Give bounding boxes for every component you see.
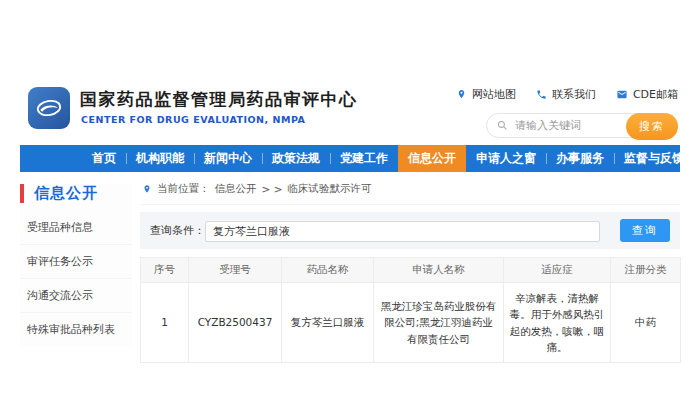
col-header-drug-name: 药品名称 — [282, 258, 374, 283]
col-header-registration-class: 注册分类 — [611, 258, 681, 283]
cell-registration-class: 中药 — [611, 283, 681, 363]
sidebar-item-review-tasks[interactable]: 审评任务公示 — [20, 245, 132, 279]
sidebar-item-communication[interactable]: 沟通交流公示 — [20, 279, 132, 313]
nav-item-policies[interactable]: 政策法规 — [262, 145, 330, 172]
col-header-indication: 适应症 — [504, 258, 611, 283]
breadcrumb: 当前位置：信息公开 > > 临床试验默示许可 — [140, 180, 680, 205]
location-pin-icon — [142, 184, 152, 195]
query-label: 查询条件： — [150, 220, 205, 241]
site-search-bar: 搜索 — [486, 113, 678, 138]
breadcrumb-current: 临床试验默示许可 — [287, 182, 371, 196]
cell-indication: 辛凉解表，清热解毒。用于外感风热引起的发热，咳嗽，咽痛。 — [504, 283, 611, 363]
nav-item-news[interactable]: 新闻中心 — [194, 145, 262, 172]
results-table: 序号 受理号 药品名称 申请人名称 适应症 注册分类 1 CYZB2500437 — [140, 257, 681, 363]
col-header-acceptance-no: 受理号 — [189, 258, 282, 283]
site-search-input[interactable] — [515, 114, 620, 137]
nav-item-registration-platform[interactable]: 登记备案平台 — [694, 145, 700, 172]
nav-item-services[interactable]: 办事服务 — [546, 145, 614, 172]
cell-applicant: 黑龙江珍宝岛药业股份有限公司;黑龙江羽迪药业有限责任公司 — [374, 283, 504, 363]
sitemap-label: 网站地图 — [472, 87, 516, 102]
envelope-icon — [616, 89, 628, 100]
sitemap-link[interactable]: 网站地图 — [456, 87, 516, 102]
phone-icon — [536, 89, 547, 100]
nav-item-info-disclosure[interactable]: 信息公开 — [398, 145, 466, 172]
cell-drug-name: 复方芩兰口服液 — [282, 283, 374, 363]
query-bar: 查询条件： 查询 — [140, 212, 680, 249]
breadcrumb-separator: > > — [262, 183, 283, 195]
query-input[interactable] — [205, 221, 600, 242]
col-header-index: 序号 — [141, 258, 189, 283]
nav-item-party[interactable]: 党建工作 — [330, 145, 398, 172]
contact-link[interactable]: 联系我们 — [536, 87, 596, 102]
main-nav: 首页 机构职能 新闻中心 政策法规 党建工作 信息公开 申请人之窗 办事服务 监… — [20, 145, 680, 172]
sidebar-item-special-approval[interactable]: 特殊审批品种列表 — [20, 313, 132, 346]
search-icon — [496, 119, 509, 132]
cde-logo — [28, 87, 70, 129]
table-header-row: 序号 受理号 药品名称 申请人名称 适应症 注册分类 — [141, 258, 681, 283]
location-pin-icon — [456, 89, 467, 100]
cell-acceptance-no: CYZB2500437 — [189, 283, 282, 363]
site-title: 国家药品监督管理局药品审评中心 — [80, 88, 358, 111]
cell-index: 1 — [141, 283, 189, 363]
nav-item-home[interactable]: 首页 — [82, 145, 126, 172]
cde-mail-link[interactable]: CDE邮箱 — [616, 87, 678, 102]
nav-item-functions[interactable]: 机构职能 — [126, 145, 194, 172]
breadcrumb-section[interactable]: 信息公开 — [215, 182, 257, 196]
sidebar: 信息公开 受理品种信息 审评任务公示 沟通交流公示 特殊审批品种列表 — [20, 184, 132, 346]
main-panel: 当前位置：信息公开 > > 临床试验默示许可 查询条件： 查询 — [140, 180, 680, 363]
contact-label: 联系我们 — [552, 87, 596, 102]
breadcrumb-prefix: 当前位置： — [157, 182, 210, 196]
nav-item-applicant-window[interactable]: 申请人之窗 — [466, 145, 546, 172]
cde-logo-icon — [34, 93, 64, 123]
cde-website-page: 国家药品监督管理局药品审评中心 CENTER FOR DRUG EVALUATI… — [0, 0, 700, 400]
header-links: 网站地图 联系我们 CDE邮箱 — [456, 87, 678, 102]
site-search-button[interactable]: 搜索 — [626, 113, 678, 140]
table-row: 1 CYZB2500437 复方芩兰口服液 黑龙江珍宝岛药业股份有限公司;黑龙江… — [141, 283, 681, 363]
query-button[interactable]: 查询 — [620, 219, 670, 242]
cde-mail-label: CDE邮箱 — [633, 87, 678, 102]
site-subtitle: CENTER FOR DRUG EVALUATION, NMPA — [81, 114, 305, 125]
col-header-applicant: 申请人名称 — [374, 258, 504, 283]
site-header: 国家药品监督管理局药品审评中心 CENTER FOR DRUG EVALUATI… — [20, 75, 680, 145]
sidebar-item-accepted-varieties[interactable]: 受理品种信息 — [20, 211, 132, 245]
nav-item-supervision[interactable]: 监督与反馈 — [614, 145, 694, 172]
sidebar-title: 信息公开 — [20, 184, 132, 203]
